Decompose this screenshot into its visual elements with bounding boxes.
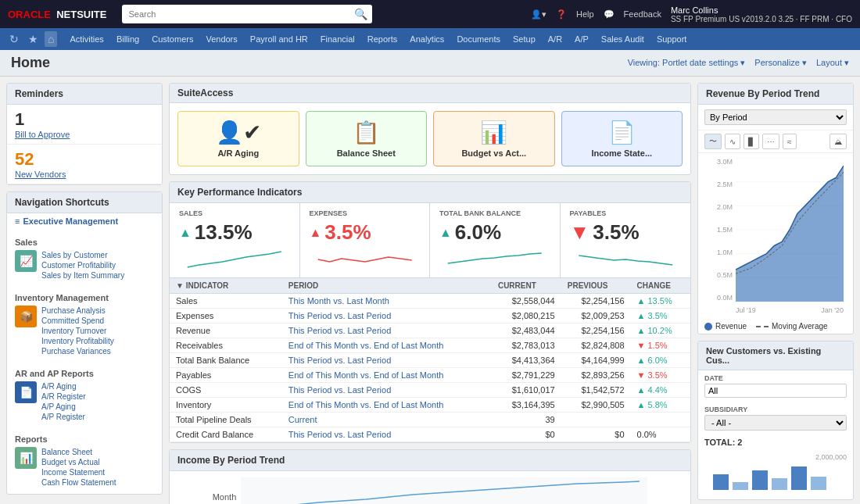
inventory-links: Purchase Analysis Committed Spend Invent… [41, 306, 114, 356]
inventory-section-title: Inventory Management [15, 293, 154, 302]
cell-indicator: Total Pipeline Deals [170, 413, 282, 427]
inventory-turnover-link[interactable]: Inventory Turnover [41, 326, 114, 336]
reminder-number-1: 52 [15, 149, 154, 170]
nav-customers[interactable]: Customers [145, 31, 199, 47]
profile-icon[interactable]: 👤▾ [531, 9, 546, 20]
cell-period[interactable]: Current [282, 413, 492, 427]
nav-payroll[interactable]: Payroll and HR [244, 31, 314, 47]
total-value: 2,000,000 [704, 453, 847, 463]
inventory-icon: 📦 [15, 306, 37, 327]
cell-period[interactable]: End of This Month vs. End of Last Month [282, 338, 492, 353]
committed-spend-link[interactable]: Committed Spend [41, 316, 114, 326]
layout-btn[interactable]: Layout ▾ [816, 58, 849, 68]
personalize-btn[interactable]: Personalize ▾ [754, 58, 807, 68]
reminder-link-1[interactable]: New Vendors [15, 170, 154, 179]
cell-indicator: Sales [170, 294, 282, 309]
home-icon[interactable]: ⌂ [45, 31, 57, 47]
arap-links: A/R Aging A/R Register A/P Aging A/P Reg… [41, 381, 86, 422]
purchase-analysis-link[interactable]: Purchase Analysis [41, 306, 114, 316]
kpi-header: Key Performance Indicators [170, 182, 690, 203]
customer-profitability-link[interactable]: Customer Profitability [41, 260, 124, 270]
sales-by-item-link[interactable]: Sales by Item Summary [41, 270, 124, 281]
customers-chart-svg [704, 463, 847, 494]
cell-period[interactable]: This Period vs. Last Period [282, 353, 492, 368]
feedback-icon[interactable]: 💬 [604, 9, 615, 20]
nav-section-inventory: Inventory Management 📦 Purchase Analysis… [7, 287, 162, 363]
suite-item-ar-aging[interactable]: 👤✔ A/R Aging [177, 111, 299, 166]
ar-aging-link[interactable]: A/R Aging [41, 381, 86, 391]
reminder-link-0[interactable]: Bill to Approve [15, 130, 154, 139]
date-filter-input[interactable] [704, 384, 847, 398]
chart-line-btn[interactable]: ∿ [725, 134, 740, 149]
favorites-icon[interactable]: ★ [25, 31, 41, 47]
cell-period[interactable]: End of This Month vs. End of Last Month [282, 398, 492, 413]
cell-period[interactable]: End of This Month vs. End of Last Month [282, 368, 492, 383]
reports-icon-row: 📊 Balance Sheet Budget vs Actual Income … [15, 447, 154, 488]
income-statement-link[interactable]: Income Statement [41, 467, 116, 477]
cell-period[interactable]: This Period vs. Last Period [282, 309, 492, 323]
reminder-item-1: 52 New Vendors [7, 145, 162, 184]
kpi-sales: SALES ▲ 13.5% [170, 203, 300, 277]
col-previous: PREVIOUS [561, 278, 631, 294]
help-icon[interactable]: ❓ [556, 9, 567, 20]
search-box[interactable]: 🔍 [122, 5, 372, 23]
table-row: Inventory End of This Month vs. End of L… [170, 398, 690, 413]
budget-vs-actual-link[interactable]: Budget vs Actual [41, 457, 116, 467]
nav-activities[interactable]: Activities [63, 31, 109, 47]
col-indicator: ▼ INDICATOR [170, 278, 282, 294]
kpi-expenses-label: EXPENSES [310, 209, 421, 217]
cell-period[interactable]: This Period vs. Last Period [282, 427, 492, 442]
feedback-label[interactable]: Feedback [624, 9, 661, 19]
chart-scatter-btn[interactable]: ⋯ [762, 134, 779, 149]
help-label[interactable]: Help [576, 9, 594, 19]
col-change: CHANGE [631, 278, 690, 294]
cell-period[interactable]: This Period vs. Last Period [282, 383, 492, 398]
sort-icon[interactable]: ▼ [176, 281, 184, 290]
nav-financial[interactable]: Financial [314, 31, 361, 47]
suite-item-budget[interactable]: 📊 Budget vs Act... [433, 111, 555, 166]
table-row: Total Bank Balance This Period vs. Last … [170, 353, 690, 368]
nav-documents[interactable]: Documents [450, 31, 507, 47]
revenue-period-select[interactable]: By Period By Month By Quarter [704, 109, 847, 125]
viewing-portlet-btn[interactable]: Viewing: Portlet date settings ▾ [628, 58, 746, 68]
ap-register-link[interactable]: A/P Register [41, 412, 86, 422]
cell-period[interactable]: This Month vs. Last Month [282, 294, 492, 309]
y-label-15m: 1.5M [717, 226, 733, 234]
chart-area2-btn[interactable]: ≈ [783, 134, 797, 149]
ar-register-link[interactable]: A/R Register [41, 391, 86, 402]
kpi-payables-sparkline [570, 248, 682, 271]
sales-by-customer-link[interactable]: Sales by Customer [41, 250, 124, 260]
income-icon: 📄 [568, 120, 676, 145]
nav-reports[interactable]: Reports [361, 31, 404, 47]
suite-access-title: SuiteAccess [177, 88, 233, 98]
nav-support[interactable]: Support [650, 31, 693, 47]
cash-flow-link[interactable]: Cash Flow Statement [41, 477, 116, 488]
executive-management-link[interactable]: ≡ Executive Management [15, 216, 154, 226]
nav-sales-audit[interactable]: Sales Audit [595, 31, 650, 47]
nav-ar[interactable]: A/R [542, 31, 568, 47]
chart-zoom-btn[interactable]: ⛰ [830, 134, 847, 149]
nav-setup[interactable]: Setup [507, 31, 542, 47]
balance-sheet-link[interactable]: Balance Sheet [41, 447, 116, 457]
inventory-profitability-link[interactable]: Inventory Profitability [41, 336, 114, 346]
cell-period[interactable]: This Period vs. Last Period [282, 323, 492, 338]
nav-shortcuts-title: Navigation Shortcuts [7, 192, 162, 213]
cell-previous: $1,542,572 [561, 383, 631, 398]
chart-bar-btn[interactable]: ▊ [744, 134, 759, 149]
nav-analytics[interactable]: Analytics [403, 31, 450, 47]
suite-item-income[interactable]: 📄 Income State... [561, 111, 683, 166]
purchase-variances-link[interactable]: Purchase Variances [41, 346, 114, 356]
ap-aging-link[interactable]: A/P Aging [41, 402, 86, 412]
recent-icon[interactable]: ↻ [6, 31, 22, 47]
nav-billing[interactable]: Billing [110, 31, 145, 47]
cell-current: $0 [492, 427, 561, 442]
nav-vendors[interactable]: Vendors [199, 31, 243, 47]
search-input[interactable] [122, 5, 372, 23]
suite-item-balance-sheet[interactable]: 📋 Balance Sheet [306, 111, 428, 166]
nav-ap[interactable]: A/P [568, 31, 595, 47]
chart-area-btn[interactable]: 〜 [704, 134, 722, 149]
subsidiary-filter-select[interactable]: - All - [704, 415, 847, 431]
income-trend-month-row: Month Income Trend [170, 471, 690, 504]
chart-toolbar: 〜 ∿ ▊ ⋯ ≈ ⛰ [698, 130, 853, 153]
new-customers-card: New Customers vs. Existing Cus... DATE S… [697, 341, 854, 500]
